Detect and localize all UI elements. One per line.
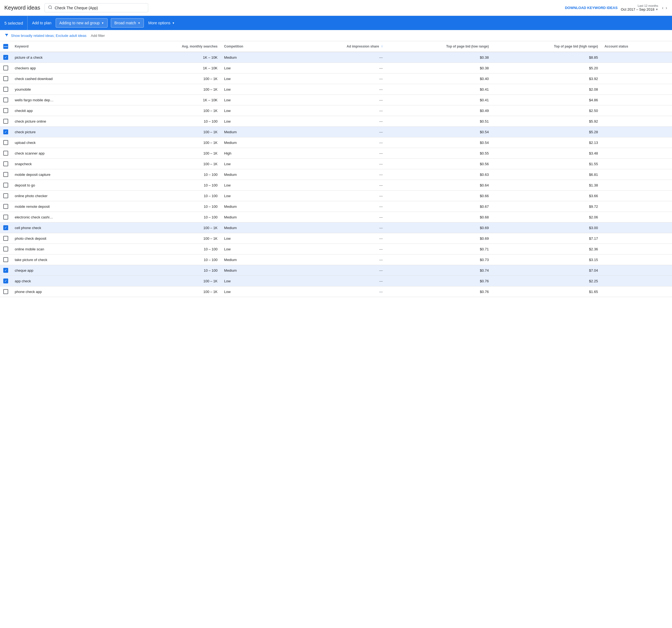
row-checkbox[interactable] xyxy=(3,97,8,102)
checkbox-cell[interactable] xyxy=(0,148,11,159)
account-status-cell xyxy=(601,276,672,286)
row-checkbox[interactable] xyxy=(3,257,8,262)
filter-bar: Show broadly related ideas; Exclude adul… xyxy=(0,30,672,41)
checkbox-cell[interactable]: ✓ xyxy=(0,276,11,286)
row-checkbox[interactable]: ✓ xyxy=(3,55,8,60)
broad-match-button[interactable]: Broad match ▼ xyxy=(111,18,144,28)
account-status-cell xyxy=(601,52,672,63)
row-checkbox[interactable] xyxy=(3,66,8,70)
checkbox-cell[interactable] xyxy=(0,286,11,297)
account-status-cell xyxy=(601,159,672,169)
checkbox-cell[interactable]: ✓ xyxy=(0,265,11,276)
account-status-cell xyxy=(601,95,672,106)
account-status-cell xyxy=(601,180,672,191)
col-ad-impression[interactable]: Ad impression share ↑ xyxy=(291,41,386,52)
bid-high-cell: $5.20 xyxy=(492,63,601,73)
checkbox-cell[interactable] xyxy=(0,63,11,73)
row-checkbox[interactable] xyxy=(3,172,8,177)
bid-high-cell: $2.50 xyxy=(492,106,601,116)
competition-cell: Low xyxy=(221,244,291,254)
row-checkbox[interactable]: ✓ xyxy=(3,130,8,134)
keyword-cell: take picture of check xyxy=(11,254,129,265)
checkbox-cell[interactable] xyxy=(0,191,11,201)
checkbox-cell[interactable]: ✓ xyxy=(0,52,11,63)
row-checkbox[interactable] xyxy=(3,87,8,92)
table-row: check picture online10 – 100Low—$0.51$5.… xyxy=(0,116,672,127)
broad-match-label: Broad match xyxy=(114,21,136,25)
table-row: youmobile100 – 1KLow—$0.41$2.08 xyxy=(0,84,672,95)
filter-show-related-link[interactable]: Show broadly related ideas; Exclude adul… xyxy=(11,33,87,38)
row-checkbox[interactable] xyxy=(3,204,8,209)
select-all-header[interactable]: — xyxy=(0,41,11,52)
bid-low-cell: $0.76 xyxy=(386,276,492,286)
checkbox-cell[interactable] xyxy=(0,244,11,254)
keyword-cell: checkers app xyxy=(11,63,129,73)
account-status-cell xyxy=(601,73,672,84)
date-range-selector[interactable]: Oct 2017 – Sep 2018 ▼ xyxy=(621,7,658,11)
more-options-button[interactable]: More options ▼ xyxy=(144,16,179,30)
nav-next-button[interactable]: › xyxy=(665,5,668,11)
row-checkbox[interactable] xyxy=(3,215,8,219)
ad-impression-cell: — xyxy=(291,223,386,233)
competition-cell: Medium xyxy=(221,137,291,148)
checkbox-cell[interactable] xyxy=(0,73,11,84)
ad-impression-cell: — xyxy=(291,180,386,191)
account-status-cell xyxy=(601,254,672,265)
select-all-checkbox[interactable]: — xyxy=(3,44,8,49)
ad-impression-cell: — xyxy=(291,52,386,63)
nav-prev-button[interactable]: ‹ xyxy=(662,5,664,11)
checkbox-cell[interactable] xyxy=(0,159,11,169)
row-checkbox[interactable] xyxy=(3,151,8,156)
ad-impression-cell: — xyxy=(291,116,386,127)
checkbox-cell[interactable] xyxy=(0,116,11,127)
search-input[interactable] xyxy=(54,6,145,10)
checkbox-cell[interactable] xyxy=(0,106,11,116)
download-keywords-link[interactable]: DOWNLOAD KEYWORD IDEAS xyxy=(565,6,618,10)
bid-low-cell: $0.69 xyxy=(386,233,492,244)
account-status-cell xyxy=(601,127,672,137)
checkbox-cell[interactable] xyxy=(0,84,11,95)
avg-monthly-cell: 100 – 1K xyxy=(129,223,221,233)
header-right: DOWNLOAD KEYWORD IDEAS Last 12 months Oc… xyxy=(565,4,668,11)
bid-low-cell: $0.51 xyxy=(386,116,492,127)
row-checkbox[interactable] xyxy=(3,161,8,166)
checkbox-cell[interactable] xyxy=(0,169,11,180)
row-checkbox[interactable] xyxy=(3,119,8,124)
checkbox-cell[interactable] xyxy=(0,180,11,191)
row-checkbox[interactable] xyxy=(3,289,8,294)
row-checkbox[interactable] xyxy=(3,76,8,81)
row-checkbox[interactable] xyxy=(3,183,8,188)
row-checkbox[interactable] xyxy=(3,140,8,145)
checkbox-cell[interactable] xyxy=(0,201,11,212)
bid-low-cell: $0.49 xyxy=(386,106,492,116)
add-to-plan-button[interactable]: Add to plan xyxy=(28,16,56,30)
checkmark-icon: ✓ xyxy=(4,130,7,134)
ad-impression-cell: — xyxy=(291,63,386,73)
checkbox-cell[interactable] xyxy=(0,137,11,148)
add-filter-button[interactable]: Add filter xyxy=(91,33,105,38)
svg-line-1 xyxy=(51,8,52,9)
avg-monthly-cell: 100 – 1K xyxy=(129,84,221,95)
ad-impression-cell: — xyxy=(291,244,386,254)
ad-impression-cell: — xyxy=(291,212,386,223)
row-checkbox[interactable]: ✓ xyxy=(3,279,8,283)
checkbox-cell[interactable]: ✓ xyxy=(0,127,11,137)
row-checkbox[interactable] xyxy=(3,193,8,198)
ad-impression-cell: — xyxy=(291,191,386,201)
bid-low-cell: $0.41 xyxy=(386,84,492,95)
checkbox-cell[interactable] xyxy=(0,95,11,106)
avg-monthly-cell: 100 – 1K xyxy=(129,286,221,297)
row-checkbox[interactable] xyxy=(3,108,8,113)
row-checkbox[interactable]: ✓ xyxy=(3,225,8,230)
row-checkbox[interactable] xyxy=(3,247,8,252)
row-checkbox[interactable]: ✓ xyxy=(3,268,8,273)
checkbox-cell[interactable] xyxy=(0,212,11,223)
adding-to-ad-group-button[interactable]: Adding to new ad group ▼ xyxy=(56,18,107,28)
checkbox-cell[interactable] xyxy=(0,233,11,244)
row-checkbox[interactable] xyxy=(3,236,8,241)
bid-low-cell: $0.38 xyxy=(386,63,492,73)
account-status-cell xyxy=(601,265,672,276)
bid-low-cell: $0.73 xyxy=(386,254,492,265)
checkbox-cell[interactable] xyxy=(0,254,11,265)
checkbox-cell[interactable]: ✓ xyxy=(0,223,11,233)
